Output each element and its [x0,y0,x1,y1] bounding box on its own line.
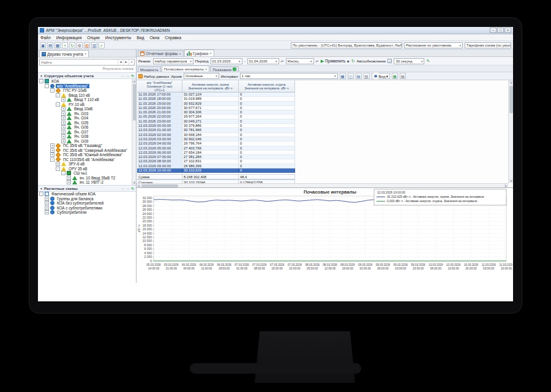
table-cell[interactable]: 12.03.2026 01:00:00 [137,128,182,132]
refresh-icon[interactable]: ↻ [69,42,75,48]
tree-item[interactable]: -ОРУ 35 кВ [38,167,136,172]
report-icon[interactable]: ▧ [84,42,90,48]
table-cell[interactable]: 27 403,766 [182,146,239,151]
scheme-item[interactable]: +КОА без субпотребителей [38,201,136,206]
autorefresh-checkbox[interactable]: ✓ [388,59,392,63]
expand-node-icon[interactable]: + [67,176,71,180]
table-chart-icon[interactable]: ▤ [356,73,362,79]
table-cell[interactable]: 11.03.2026 19:00:00 [137,102,182,106]
table-cell[interactable]: 27 102,831 [182,159,239,164]
subtab-hourly-intervals[interactable]: Почасовые интервалы× [162,66,210,72]
menu-item-1[interactable]: Файл [40,36,51,40]
table-cell[interactable]: 30 932,829 [182,102,239,106]
mode-select[interactable]: Набор параметров▾ [153,58,193,64]
expand-node-icon[interactable]: + [61,111,66,116]
table-cell[interactable]: 0 [239,155,295,159]
table-row[interactable]: 12.03.2026 02:00:0030 668,1840 [137,133,295,137]
expand-node-icon[interactable]: + [61,116,66,120]
tab-tree-points[interactable]: Дерево точек учета × [39,50,89,57]
check-icon[interactable]: ✓ [99,42,105,48]
columns-icon[interactable]: ▦ [340,73,346,79]
table-row[interactable]: 12.03.2026 07:00:0027 381,2840 [137,155,295,159]
timezone-select[interactable]: По умолчанию - (UTC+01) Белград, Братисл… [291,42,402,48]
table-cell[interactable]: 31 019,989 [182,97,239,101]
menu-item-2[interactable]: Информация [56,36,82,40]
tree-item[interactable]: +яч. 10 Ввод 35кВ Т2 [38,176,136,181]
tree-item[interactable]: -м/р "Алейбекова" [38,84,136,89]
table-cell[interactable]: 0 [239,159,295,164]
refresh-icon[interactable]: ↻ [131,186,134,191]
clear-search-icon[interactable]: × [129,59,134,65]
table-row[interactable]: 12.03.2026 09:00:0026 986,3990 [137,164,295,168]
tree-item[interactable]: -Ввод 110 кВ [38,93,136,98]
table-cell[interactable]: 12.03.2026 08:00:00 [137,159,182,164]
collapse-icon[interactable]: ▼ [40,187,43,190]
table-cell[interactable]: 0 [239,124,295,128]
expand-node-icon[interactable]: + [56,162,60,166]
collapse-node-icon[interactable]: - [50,157,54,162]
menu-item-7[interactable]: Справка [165,36,181,40]
expand-node-icon[interactable]: + [61,130,66,134]
link-dates-icon[interactable]: ⇄ [281,59,284,63]
forward-icon[interactable]: → [126,186,130,191]
tree-item[interactable]: +Яч. G05 [38,121,136,126]
table-row[interactable]: 11.03.2026 17:00:0031 027,1240 [137,92,295,97]
view-button[interactable]: ▣Вид▾ [372,73,390,79]
split-view-icon[interactable]: ◫ [348,73,354,79]
table-row[interactable]: 11.03.2026 22:00:0029 977,2640 [137,115,295,119]
collapse-node-icon[interactable]: - [56,93,60,97]
table-cell[interactable]: 0 [239,115,295,119]
scroll-right-icon[interactable]: ► [504,184,508,188]
tree-item[interactable]: -ПС 110/35/6 кВ "Алейбекова" [38,157,136,162]
table-row[interactable]: 11.03.2026 19:00:0030 932,8290 [137,102,295,106]
next-result-icon[interactable]: ► [123,59,129,65]
expand-node-icon[interactable]: + [67,180,71,184]
close-icon[interactable]: × [84,52,87,56]
tab-report-forms[interactable]: Отчетные формы × [138,50,184,56]
expand-node-icon[interactable]: + [45,201,49,205]
back-icon[interactable]: ← [121,74,125,78]
table-cell[interactable]: 11.03.2026 21:00:00 [137,110,182,115]
expand-node-icon[interactable]: + [50,143,54,148]
dataset-button[interactable]: Набор данных [138,74,169,78]
close-icon[interactable]: × [205,67,208,71]
tree-item[interactable]: +ПС 35/6 кВ "Газзавод" [38,143,136,148]
expand-node-icon[interactable]: + [45,197,49,201]
tree-item[interactable]: +Ввод 10кВ [38,107,136,111]
collapse-node-icon[interactable]: - [39,192,43,196]
edit-icon[interactable]: ✎ [426,59,430,64]
table-cell[interactable]: 0 [239,146,295,151]
tree-item[interactable]: +Яч. G03 [38,111,136,116]
hourly-intervals-chart[interactable]: 02 0004 0006 0008 00010 00012 00014 0001… [137,188,512,282]
expand-node-icon[interactable]: + [45,210,49,214]
menu-item-5[interactable]: Вид [137,36,144,40]
table-cell[interactable]: 30 304,306 [182,110,239,115]
tree-item[interactable]: +ПС 35/6 кВ "Северный Алейбекова" [38,148,136,153]
apply-button[interactable]: ▶Применить [321,59,345,64]
stop-icon[interactable]: ■ [347,59,350,63]
column-header[interactable]: Активная энергия, отдачаЗначения на инте… [239,80,295,92]
table-cell[interactable]: 0 [239,97,295,101]
archive-select[interactable]: Основные▾ [184,73,219,79]
table-cell[interactable]: 30 668,184 [182,133,239,137]
table-cell[interactable]: 11.03.2026 23:00:00 [137,119,182,124]
tree-item[interactable]: +Яч. G06 [38,125,136,130]
tariff-select[interactable]: Тарифная схема (по умолчанию)▾ [465,42,511,48]
table-row[interactable]: 11.03.2026 18:00:0031 019,9890 [137,97,295,101]
table-cell[interactable]: 0 [239,164,295,168]
scheme-item[interactable]: +Субпотребители [38,210,136,215]
add-icon[interactable]: + [62,42,68,48]
expand-node-icon[interactable]: + [61,134,66,138]
table-cell[interactable]: 0 [239,128,295,132]
table-row[interactable]: 12.03.2026 06:00:0027 654,1840 [137,151,295,155]
close-icon[interactable]: × [209,51,212,55]
table-cell[interactable]: 11.03.2026 18:00:00 [137,97,182,101]
table-cell[interactable]: 0 [239,137,295,141]
collapse-node-icon[interactable]: - [39,79,43,83]
tree-scrollbar[interactable]: ▲ ▼ [132,79,136,185]
collapse-node-icon[interactable]: - [56,167,60,171]
table-cell[interactable]: 12.03.2026 09:00:00 [137,164,182,168]
table-row[interactable]: 12.03.2026 10:00:0030 210,6250 [137,168,295,173]
date-to-select[interactable]: 01.04.2026▾ [247,58,279,64]
prev-result-icon[interactable]: ◄ [118,59,123,65]
